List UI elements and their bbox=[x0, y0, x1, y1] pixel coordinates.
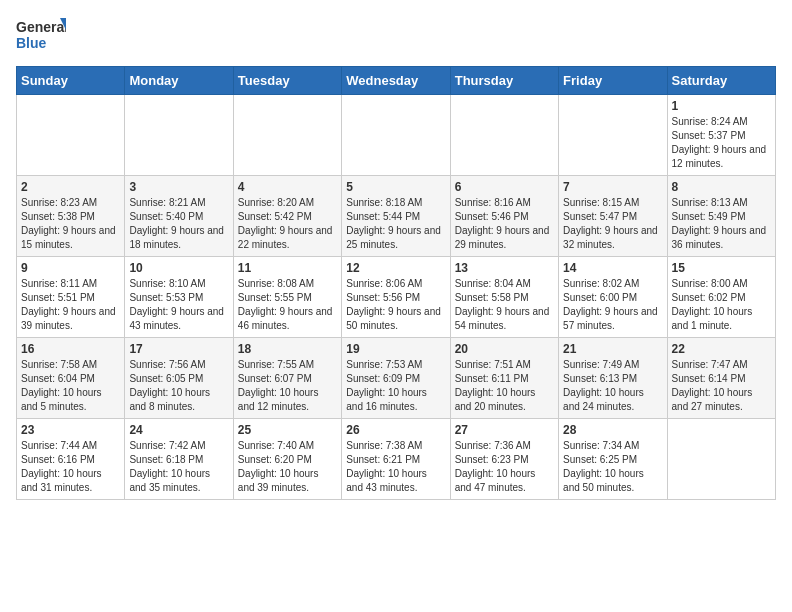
day-info: Sunrise: 7:47 AM Sunset: 6:14 PM Dayligh… bbox=[672, 358, 771, 414]
day-number: 16 bbox=[21, 342, 120, 356]
day-number: 24 bbox=[129, 423, 228, 437]
logo-icon: General Blue bbox=[16, 16, 66, 56]
day-info: Sunrise: 8:20 AM Sunset: 5:42 PM Dayligh… bbox=[238, 196, 337, 252]
day-number: 7 bbox=[563, 180, 662, 194]
day-number: 27 bbox=[455, 423, 554, 437]
day-info: Sunrise: 8:11 AM Sunset: 5:51 PM Dayligh… bbox=[21, 277, 120, 333]
day-info: Sunrise: 8:06 AM Sunset: 5:56 PM Dayligh… bbox=[346, 277, 445, 333]
day-info: Sunrise: 8:04 AM Sunset: 5:58 PM Dayligh… bbox=[455, 277, 554, 333]
calendar-cell: 11Sunrise: 8:08 AM Sunset: 5:55 PM Dayli… bbox=[233, 257, 341, 338]
day-number: 5 bbox=[346, 180, 445, 194]
calendar-cell bbox=[17, 95, 125, 176]
calendar-cell: 26Sunrise: 7:38 AM Sunset: 6:21 PM Dayli… bbox=[342, 419, 450, 500]
day-number: 23 bbox=[21, 423, 120, 437]
calendar-body: 1Sunrise: 8:24 AM Sunset: 5:37 PM Daylig… bbox=[17, 95, 776, 500]
day-info: Sunrise: 8:00 AM Sunset: 6:02 PM Dayligh… bbox=[672, 277, 771, 333]
day-info: Sunrise: 7:34 AM Sunset: 6:25 PM Dayligh… bbox=[563, 439, 662, 495]
day-number: 9 bbox=[21, 261, 120, 275]
weekday-header: Monday bbox=[125, 67, 233, 95]
day-number: 3 bbox=[129, 180, 228, 194]
day-info: Sunrise: 7:44 AM Sunset: 6:16 PM Dayligh… bbox=[21, 439, 120, 495]
calendar-week-row: 9Sunrise: 8:11 AM Sunset: 5:51 PM Daylig… bbox=[17, 257, 776, 338]
day-number: 15 bbox=[672, 261, 771, 275]
calendar: SundayMondayTuesdayWednesdayThursdayFrid… bbox=[16, 66, 776, 500]
day-info: Sunrise: 8:10 AM Sunset: 5:53 PM Dayligh… bbox=[129, 277, 228, 333]
calendar-cell: 21Sunrise: 7:49 AM Sunset: 6:13 PM Dayli… bbox=[559, 338, 667, 419]
day-number: 20 bbox=[455, 342, 554, 356]
calendar-cell: 5Sunrise: 8:18 AM Sunset: 5:44 PM Daylig… bbox=[342, 176, 450, 257]
day-info: Sunrise: 7:58 AM Sunset: 6:04 PM Dayligh… bbox=[21, 358, 120, 414]
calendar-cell: 28Sunrise: 7:34 AM Sunset: 6:25 PM Dayli… bbox=[559, 419, 667, 500]
day-number: 6 bbox=[455, 180, 554, 194]
day-number: 13 bbox=[455, 261, 554, 275]
day-info: Sunrise: 7:42 AM Sunset: 6:18 PM Dayligh… bbox=[129, 439, 228, 495]
calendar-week-row: 2Sunrise: 8:23 AM Sunset: 5:38 PM Daylig… bbox=[17, 176, 776, 257]
day-info: Sunrise: 7:51 AM Sunset: 6:11 PM Dayligh… bbox=[455, 358, 554, 414]
calendar-cell: 9Sunrise: 8:11 AM Sunset: 5:51 PM Daylig… bbox=[17, 257, 125, 338]
calendar-cell bbox=[125, 95, 233, 176]
calendar-cell: 4Sunrise: 8:20 AM Sunset: 5:42 PM Daylig… bbox=[233, 176, 341, 257]
calendar-cell bbox=[450, 95, 558, 176]
calendar-cell: 2Sunrise: 8:23 AM Sunset: 5:38 PM Daylig… bbox=[17, 176, 125, 257]
header: General Blue bbox=[16, 16, 776, 56]
day-number: 21 bbox=[563, 342, 662, 356]
calendar-cell bbox=[667, 419, 775, 500]
day-info: Sunrise: 7:53 AM Sunset: 6:09 PM Dayligh… bbox=[346, 358, 445, 414]
weekday-header: Saturday bbox=[667, 67, 775, 95]
calendar-cell: 13Sunrise: 8:04 AM Sunset: 5:58 PM Dayli… bbox=[450, 257, 558, 338]
day-info: Sunrise: 7:49 AM Sunset: 6:13 PM Dayligh… bbox=[563, 358, 662, 414]
day-number: 17 bbox=[129, 342, 228, 356]
day-info: Sunrise: 8:15 AM Sunset: 5:47 PM Dayligh… bbox=[563, 196, 662, 252]
day-info: Sunrise: 7:56 AM Sunset: 6:05 PM Dayligh… bbox=[129, 358, 228, 414]
day-number: 28 bbox=[563, 423, 662, 437]
svg-text:Blue: Blue bbox=[16, 35, 47, 51]
day-info: Sunrise: 7:36 AM Sunset: 6:23 PM Dayligh… bbox=[455, 439, 554, 495]
day-info: Sunrise: 8:13 AM Sunset: 5:49 PM Dayligh… bbox=[672, 196, 771, 252]
calendar-cell: 6Sunrise: 8:16 AM Sunset: 5:46 PM Daylig… bbox=[450, 176, 558, 257]
day-number: 19 bbox=[346, 342, 445, 356]
calendar-week-row: 1Sunrise: 8:24 AM Sunset: 5:37 PM Daylig… bbox=[17, 95, 776, 176]
day-info: Sunrise: 7:40 AM Sunset: 6:20 PM Dayligh… bbox=[238, 439, 337, 495]
day-info: Sunrise: 8:08 AM Sunset: 5:55 PM Dayligh… bbox=[238, 277, 337, 333]
calendar-cell: 18Sunrise: 7:55 AM Sunset: 6:07 PM Dayli… bbox=[233, 338, 341, 419]
calendar-cell: 14Sunrise: 8:02 AM Sunset: 6:00 PM Dayli… bbox=[559, 257, 667, 338]
calendar-cell: 20Sunrise: 7:51 AM Sunset: 6:11 PM Dayli… bbox=[450, 338, 558, 419]
day-number: 12 bbox=[346, 261, 445, 275]
calendar-cell: 15Sunrise: 8:00 AM Sunset: 6:02 PM Dayli… bbox=[667, 257, 775, 338]
svg-text:General: General bbox=[16, 19, 66, 35]
calendar-cell: 12Sunrise: 8:06 AM Sunset: 5:56 PM Dayli… bbox=[342, 257, 450, 338]
day-info: Sunrise: 8:24 AM Sunset: 5:37 PM Dayligh… bbox=[672, 115, 771, 171]
calendar-cell: 19Sunrise: 7:53 AM Sunset: 6:09 PM Dayli… bbox=[342, 338, 450, 419]
day-number: 4 bbox=[238, 180, 337, 194]
calendar-week-row: 16Sunrise: 7:58 AM Sunset: 6:04 PM Dayli… bbox=[17, 338, 776, 419]
calendar-cell: 8Sunrise: 8:13 AM Sunset: 5:49 PM Daylig… bbox=[667, 176, 775, 257]
calendar-cell: 25Sunrise: 7:40 AM Sunset: 6:20 PM Dayli… bbox=[233, 419, 341, 500]
calendar-cell bbox=[342, 95, 450, 176]
day-number: 10 bbox=[129, 261, 228, 275]
day-number: 22 bbox=[672, 342, 771, 356]
calendar-cell: 22Sunrise: 7:47 AM Sunset: 6:14 PM Dayli… bbox=[667, 338, 775, 419]
calendar-cell bbox=[233, 95, 341, 176]
day-number: 18 bbox=[238, 342, 337, 356]
weekday-header: Friday bbox=[559, 67, 667, 95]
day-number: 14 bbox=[563, 261, 662, 275]
weekday-header: Tuesday bbox=[233, 67, 341, 95]
weekday-header: Wednesday bbox=[342, 67, 450, 95]
day-info: Sunrise: 8:23 AM Sunset: 5:38 PM Dayligh… bbox=[21, 196, 120, 252]
calendar-header: SundayMondayTuesdayWednesdayThursdayFrid… bbox=[17, 67, 776, 95]
logo: General Blue bbox=[16, 16, 66, 56]
calendar-cell: 17Sunrise: 7:56 AM Sunset: 6:05 PM Dayli… bbox=[125, 338, 233, 419]
day-number: 25 bbox=[238, 423, 337, 437]
calendar-cell: 10Sunrise: 8:10 AM Sunset: 5:53 PM Dayli… bbox=[125, 257, 233, 338]
calendar-cell: 24Sunrise: 7:42 AM Sunset: 6:18 PM Dayli… bbox=[125, 419, 233, 500]
day-number: 1 bbox=[672, 99, 771, 113]
calendar-cell: 3Sunrise: 8:21 AM Sunset: 5:40 PM Daylig… bbox=[125, 176, 233, 257]
weekday-header: Thursday bbox=[450, 67, 558, 95]
day-number: 2 bbox=[21, 180, 120, 194]
day-number: 26 bbox=[346, 423, 445, 437]
calendar-cell: 7Sunrise: 8:15 AM Sunset: 5:47 PM Daylig… bbox=[559, 176, 667, 257]
weekday-header: Sunday bbox=[17, 67, 125, 95]
day-info: Sunrise: 8:18 AM Sunset: 5:44 PM Dayligh… bbox=[346, 196, 445, 252]
day-number: 8 bbox=[672, 180, 771, 194]
day-info: Sunrise: 7:55 AM Sunset: 6:07 PM Dayligh… bbox=[238, 358, 337, 414]
